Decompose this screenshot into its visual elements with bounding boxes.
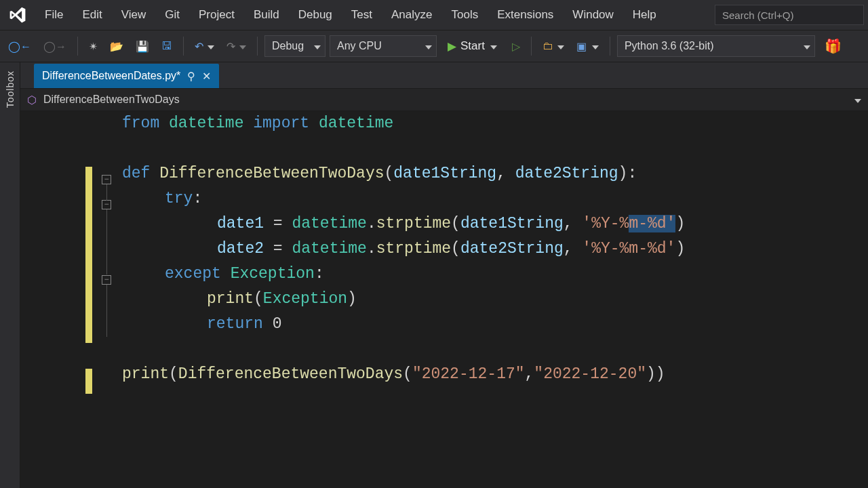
code-line: date2 = datetime.strptime(date2String, '… xyxy=(217,237,685,262)
search-input[interactable]: Search (Ctrl+Q) xyxy=(715,5,864,25)
toolbox-label: Toolbox xyxy=(5,70,16,108)
code-line: return 0 xyxy=(207,312,281,337)
start-label: Start xyxy=(460,39,485,53)
gutter xyxy=(81,117,122,488)
code-line: except Exception: xyxy=(165,262,324,287)
code-line: def DifferenceBetweenTwoDays(date1String… xyxy=(122,161,637,186)
fold-line xyxy=(106,184,107,201)
new-item-button[interactable]: ✴ xyxy=(85,37,102,56)
code-line: from datetime import datetime xyxy=(122,111,393,136)
start-without-debug-button[interactable]: ▷ xyxy=(508,37,524,56)
nav-forward-button[interactable]: ◯→ xyxy=(39,37,71,56)
search-placeholder: Search (Ctrl+Q) xyxy=(722,9,793,21)
editor-area: DifferenceBetweenDates.py* ⚲ ✕ ⬡ Differe… xyxy=(20,62,868,488)
redo-button[interactable]: ↷ xyxy=(222,37,250,56)
separator xyxy=(257,37,258,56)
menu-view[interactable]: View xyxy=(112,4,156,26)
fold-toggle[interactable] xyxy=(102,175,111,184)
module-icon: ⬡ xyxy=(27,94,37,106)
chevron-down-icon xyxy=(425,40,432,52)
code-line: try: xyxy=(165,186,202,211)
menu-debug[interactable]: Debug xyxy=(289,4,342,26)
change-marker xyxy=(85,369,92,394)
config-label: Debug xyxy=(272,40,304,52)
vs-logo-icon xyxy=(7,4,28,26)
chevron-down-icon xyxy=(208,40,214,52)
environment-button[interactable]: ▣ xyxy=(572,37,603,56)
nav-back-button[interactable]: ◯← xyxy=(4,37,35,56)
platform-dropdown[interactable]: Any CPU xyxy=(330,35,437,57)
change-marker xyxy=(85,167,92,343)
code-line: date1 = datetime.strptime(date1String, '… xyxy=(217,211,685,237)
interpreter-label: Python 3.6 (32-bit) xyxy=(625,40,714,52)
menu-tools[interactable]: Tools xyxy=(442,4,488,26)
gift-icon[interactable]: 🎁 xyxy=(825,38,842,54)
fold-toggle[interactable] xyxy=(102,275,111,285)
open-folder-button[interactable]: 🗀 xyxy=(538,37,568,55)
open-button[interactable]: 📂 xyxy=(106,37,127,56)
code-editor[interactable]: from datetime import datetime def Differ… xyxy=(20,111,868,488)
menu-test[interactable]: Test xyxy=(342,4,382,26)
chevron-down-icon xyxy=(239,40,246,52)
menu-analyze[interactable]: Analyze xyxy=(382,4,441,26)
platform-label: Any CPU xyxy=(337,40,382,52)
undo-button[interactable]: ↶ xyxy=(191,37,218,56)
menu-extensions[interactable]: Extensions xyxy=(488,4,563,26)
nav-symbol: DifferenceBetweenTwoDays xyxy=(43,94,180,106)
play-icon: ▶ xyxy=(448,39,456,54)
menu-git[interactable]: Git xyxy=(155,4,189,26)
chevron-down-icon xyxy=(314,40,321,52)
fold-line xyxy=(106,285,107,337)
interpreter-dropdown[interactable]: Python 3.6 (32-bit) xyxy=(617,35,815,57)
tab-title: DifferenceBetweenDates.py* xyxy=(42,70,180,82)
close-icon[interactable]: ✕ xyxy=(202,70,211,83)
toolbox-sidebar[interactable]: Toolbox xyxy=(0,62,20,488)
selection: m-%d' xyxy=(629,215,675,232)
chevron-down-icon xyxy=(557,40,564,52)
menu-help[interactable]: Help xyxy=(623,4,666,26)
menu-build[interactable]: Build xyxy=(244,4,289,26)
toolbar: ◯← ◯→ ✴ 📂 💾 🖫 ↶ ↷ Debug Any CPU ▶ Start … xyxy=(0,30,868,62)
pin-icon[interactable]: ⚲ xyxy=(187,70,195,83)
start-button[interactable]: ▶ Start xyxy=(441,37,504,56)
menu-project[interactable]: Project xyxy=(189,4,244,26)
chevron-down-icon xyxy=(592,40,599,52)
code-line: print(Exception) xyxy=(207,287,357,312)
save-button[interactable]: 💾 xyxy=(132,37,153,56)
code-line: print(DifferenceBetweenTwoDays("2022-12-… xyxy=(122,362,665,387)
chevron-down-icon xyxy=(490,39,497,53)
tab-strip: DifferenceBetweenDates.py* ⚲ ✕ xyxy=(20,62,868,88)
chevron-down-icon[interactable] xyxy=(854,94,861,106)
navigation-bar[interactable]: ⬡ DifferenceBetweenTwoDays xyxy=(20,88,868,111)
fold-line xyxy=(106,209,107,274)
separator xyxy=(610,37,610,56)
editor-tab-active[interactable]: DifferenceBetweenDates.py* ⚲ ✕ xyxy=(34,64,219,88)
config-dropdown[interactable]: Debug xyxy=(264,35,326,57)
separator xyxy=(531,37,532,56)
chevron-down-icon xyxy=(804,40,810,52)
fold-toggle[interactable] xyxy=(102,200,111,209)
menu-edit[interactable]: Edit xyxy=(73,4,111,26)
menu-bar: File Edit View Git Project Build Debug T… xyxy=(0,0,868,30)
save-all-button[interactable]: 🖫 xyxy=(157,37,176,55)
menu-window[interactable]: Window xyxy=(563,4,623,26)
menu-file[interactable]: File xyxy=(35,4,73,26)
separator xyxy=(183,37,184,56)
separator xyxy=(77,37,78,56)
